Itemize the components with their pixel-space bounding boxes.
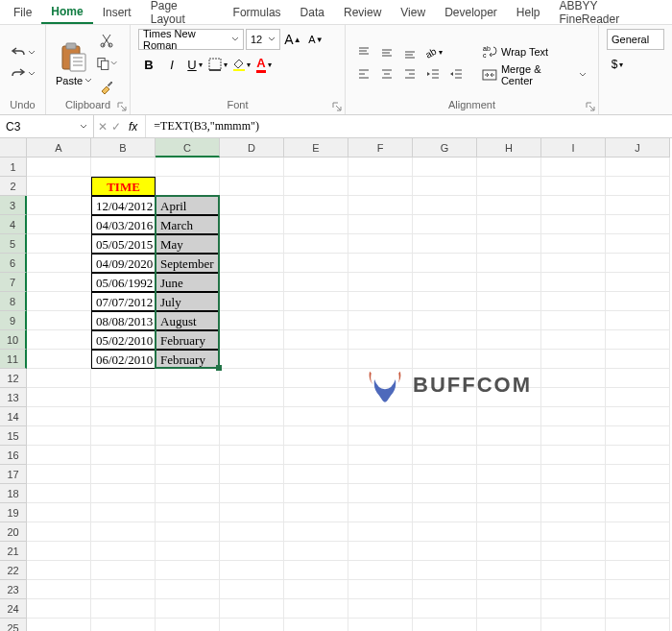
cell[interactable] bbox=[284, 542, 348, 561]
cell[interactable] bbox=[477, 273, 541, 292]
cell[interactable] bbox=[541, 484, 606, 503]
cell[interactable] bbox=[606, 158, 670, 177]
cell[interactable] bbox=[156, 599, 220, 619]
column-header[interactable]: I bbox=[541, 138, 606, 158]
cell[interactable]: March bbox=[156, 215, 220, 234]
cell[interactable] bbox=[413, 311, 477, 330]
cell[interactable] bbox=[413, 369, 477, 388]
cell[interactable] bbox=[284, 580, 348, 599]
column-header[interactable]: A bbox=[27, 138, 91, 158]
cell[interactable] bbox=[477, 350, 541, 369]
merge-center-button[interactable]: Merge & Center bbox=[478, 64, 590, 85]
cell[interactable] bbox=[284, 234, 348, 254]
cell[interactable] bbox=[220, 177, 284, 196]
cell[interactable] bbox=[477, 426, 541, 446]
font-name-select[interactable]: Times New Roman bbox=[138, 29, 244, 50]
cell[interactable] bbox=[220, 465, 284, 484]
increase-indent-button[interactable] bbox=[445, 63, 467, 85]
row-header[interactable]: 25 bbox=[0, 619, 27, 631]
row-header[interactable]: 19 bbox=[0, 503, 27, 522]
cell[interactable] bbox=[606, 273, 670, 292]
row-header[interactable]: 22 bbox=[0, 561, 27, 580]
cell[interactable] bbox=[477, 215, 541, 234]
cell[interactable] bbox=[220, 599, 284, 619]
cell[interactable] bbox=[348, 234, 413, 254]
cell[interactable] bbox=[284, 619, 348, 631]
fill-color-button[interactable]: ▾ bbox=[230, 54, 252, 75]
cell[interactable] bbox=[606, 426, 670, 446]
cell[interactable]: May bbox=[156, 234, 220, 254]
column-header[interactable]: G bbox=[413, 138, 477, 158]
cell[interactable]: February bbox=[156, 350, 220, 369]
cell[interactable]: 05/05/2015 bbox=[91, 234, 156, 254]
increase-font-button[interactable]: A▲ bbox=[282, 29, 303, 50]
cell[interactable] bbox=[156, 388, 220, 407]
wrap-text-button[interactable]: abc Wrap Text bbox=[478, 41, 590, 62]
cell[interactable] bbox=[220, 234, 284, 254]
cell[interactable] bbox=[541, 158, 606, 177]
cell[interactable] bbox=[27, 234, 91, 254]
cell[interactable] bbox=[27, 465, 91, 484]
cell[interactable] bbox=[27, 619, 91, 631]
cell[interactable] bbox=[284, 426, 348, 446]
cell[interactable] bbox=[606, 369, 670, 388]
cell[interactable] bbox=[348, 158, 413, 177]
row-header[interactable]: 13 bbox=[0, 388, 27, 407]
cell[interactable] bbox=[284, 522, 348, 542]
align-left-button[interactable] bbox=[353, 63, 374, 85]
cell[interactable] bbox=[413, 599, 477, 619]
cell[interactable] bbox=[606, 407, 670, 426]
confirm-formula-button[interactable]: ✓ bbox=[111, 120, 121, 133]
cut-button[interactable] bbox=[96, 30, 117, 51]
cell[interactable] bbox=[348, 369, 413, 388]
cell[interactable] bbox=[541, 311, 606, 330]
cell[interactable] bbox=[91, 407, 156, 426]
cell[interactable]: 07/07/2012 bbox=[91, 292, 156, 311]
cell[interactable] bbox=[91, 619, 156, 631]
formula-input[interactable] bbox=[146, 115, 672, 137]
cell[interactable] bbox=[156, 369, 220, 388]
cell[interactable] bbox=[348, 292, 413, 311]
cell[interactable] bbox=[220, 542, 284, 561]
cell[interactable] bbox=[606, 446, 670, 465]
cell[interactable] bbox=[541, 503, 606, 522]
column-header[interactable]: H bbox=[477, 138, 541, 158]
cell[interactable] bbox=[156, 522, 220, 542]
currency-button[interactable]: $▾ bbox=[607, 54, 628, 75]
cell[interactable] bbox=[477, 292, 541, 311]
row-header[interactable]: 24 bbox=[0, 599, 27, 619]
cell[interactable] bbox=[27, 446, 91, 465]
row-header[interactable]: 14 bbox=[0, 407, 27, 426]
cell[interactable] bbox=[91, 503, 156, 522]
cell[interactable]: 05/06/1992 bbox=[91, 273, 156, 292]
cell[interactable] bbox=[91, 388, 156, 407]
cell[interactable] bbox=[156, 407, 220, 426]
row-header[interactable]: 3 bbox=[0, 196, 27, 215]
column-header[interactable]: E bbox=[284, 138, 348, 158]
cell[interactable] bbox=[541, 234, 606, 254]
cell[interactable] bbox=[413, 215, 477, 234]
fill-handle[interactable] bbox=[216, 365, 222, 371]
menubar-item-review[interactable]: Review bbox=[334, 2, 391, 23]
cell[interactable] bbox=[541, 465, 606, 484]
cell[interactable] bbox=[156, 158, 220, 177]
cell[interactable] bbox=[413, 561, 477, 580]
cell[interactable] bbox=[220, 311, 284, 330]
cell[interactable] bbox=[27, 177, 91, 196]
cell[interactable] bbox=[413, 407, 477, 426]
cell[interactable] bbox=[606, 580, 670, 599]
cell[interactable] bbox=[477, 407, 541, 426]
menubar-item-data[interactable]: Data bbox=[291, 2, 334, 23]
cell[interactable]: September bbox=[156, 254, 220, 273]
cell[interactable] bbox=[27, 407, 91, 426]
cell[interactable] bbox=[541, 215, 606, 234]
cell[interactable] bbox=[348, 426, 413, 446]
cell[interactable] bbox=[27, 388, 91, 407]
cell[interactable] bbox=[541, 446, 606, 465]
cell[interactable] bbox=[413, 350, 477, 369]
copy-button[interactable] bbox=[96, 53, 117, 74]
cell[interactable] bbox=[220, 484, 284, 503]
cell[interactable] bbox=[220, 503, 284, 522]
row-header[interactable]: 6 bbox=[0, 254, 27, 273]
cell[interactable] bbox=[541, 254, 606, 273]
